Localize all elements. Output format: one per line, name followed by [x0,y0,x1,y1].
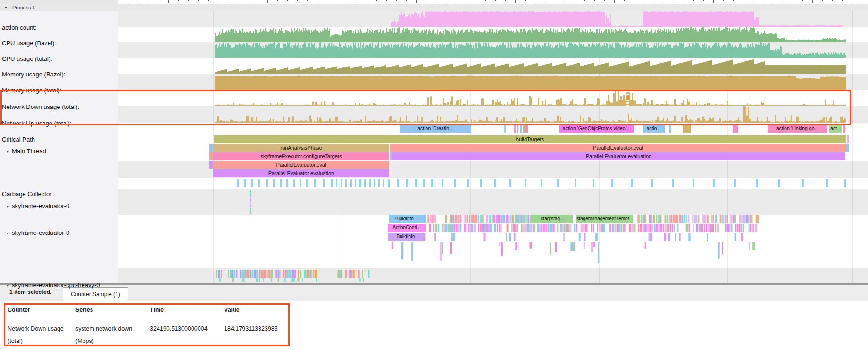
critical-path-slice[interactable] [843,125,845,133]
header-divider [0,319,868,319]
critical-path-slice[interactable]: act... [829,125,842,133]
critical-path-slice[interactable] [733,125,738,133]
collapse-triangle-icon[interactable]: ▾ [5,4,7,11]
counter-chart-mem-total[interactable] [0,74,868,90]
track-label-text: Memory usage (total): [2,87,61,94]
flame-slice[interactable]: buildTargets [214,135,846,143]
critical-path-slice[interactable] [683,125,691,133]
flame-slice[interactable]: Parallel Evaluator evaluation [213,169,389,177]
slice-strip[interactable] [0,278,868,282]
track-row-bg [118,123,868,135]
col-header-counter[interactable]: Counter [8,307,69,313]
counter-chart-action-count[interactable] [0,11,868,27]
ruler-tick [426,0,426,1]
ruler-tick [674,0,674,1]
flame-slice[interactable]: ParallelEvaluator.eval [213,161,389,169]
flame-slice[interactable]: skyframeExecutor.configureTargets [213,152,389,160]
flame-slice[interactable] [209,144,213,152]
flame-slice[interactable] [846,144,849,152]
track-label-skyframe-evaluator-cpu-heavy-0[interactable]: ▾skyframe-evaluator-cpu-heavy-0 [7,281,100,290]
critical-path-slice[interactable]: action 'Creatin... [400,125,471,133]
evaluator-slice[interactable]: BuildInfo ... [389,215,426,223]
counter-chart-net-up[interactable] [0,106,868,123]
track-label-text: Garbage Collector [2,191,52,198]
critical-path-slice[interactable]: action 'GenObjcProtos video/... [559,125,634,133]
critical-path-slice[interactable] [669,125,671,133]
slice-strip[interactable] [0,233,868,241]
ruler-tick [743,0,743,1]
flame-slice[interactable] [847,135,849,143]
flame-slice[interactable]: Parallel Evaluator evaluation [392,152,845,160]
track-label-text: CPU usage (total): [2,55,52,62]
evaluator-slice[interactable]: stagemanagement.remot... [576,215,633,223]
evaluator-slice[interactable]: stag:stag... [532,215,573,223]
ruler-tick [267,0,268,3]
ruler-tick [575,0,575,1]
flame-slice[interactable] [209,152,213,160]
flame-slice[interactable] [209,161,213,169]
ruler-tick [198,0,199,1]
ruler-tick [862,0,862,3]
col-header-value[interactable]: Value [224,307,300,313]
critical-path-slice[interactable] [526,125,528,133]
timeline-ruler[interactable] [0,0,868,4]
track-label-main-thread[interactable]: ▾Main Thread [7,147,46,156]
slice-strip[interactable] [0,224,868,232]
ruler-tick [684,0,684,1]
critical-path-slice[interactable] [520,125,522,133]
critical-path-slice[interactable]: action 'Linking go... [768,125,827,133]
track-label-text: Network Up usage (total): [2,120,71,127]
ruler-tick [337,0,337,1]
track-label-text: Main Thread [12,148,46,155]
col-header-series[interactable]: Series [75,307,144,313]
ruler-tick [535,0,535,1]
ruler-tick [783,0,783,1]
collapse-triangle-icon[interactable]: ▾ [7,149,9,154]
track-label-text: Memory usage (Bazel): [2,71,65,78]
ruler-tick [317,0,317,3]
track-label-skyframe-evaluator-0[interactable]: ▾skyframe-evaluator-0 [7,229,69,238]
ruler-tick [406,0,407,1]
ruler-tick [119,0,119,3]
gc-marks[interactable] [0,179,868,187]
track-label-text: skyframe-evaluator-0 [12,202,69,209]
critical-path-slice[interactable]: actio... [643,125,665,133]
flame-slice[interactable]: runAnalysisPhase [213,144,389,152]
process-title: Process 1 [12,4,35,11]
ruler-tick [604,0,605,1]
track-label-critical-path: Critical Path [2,135,35,144]
trace-viewer-window: ▾ Process 1 action 'Creatin...action 'Ge… [0,0,868,350]
track-label-text: skyframe-evaluator-0 [12,229,69,236]
collapse-triangle-icon[interactable]: ▾ [7,204,9,209]
ruler-tick [852,0,852,1]
slice-strip[interactable] [0,270,868,278]
evaluator-slice[interactable]: BuildInfo [388,233,424,241]
ruler-tick [485,0,486,1]
ruler-tick [763,0,763,3]
counter-chart-mem-bazel[interactable] [0,58,868,74]
ruler-tick [495,0,496,1]
evaluator-sample-marker-inner [250,196,251,208]
ruler-tick [476,0,476,1]
slice-strip[interactable] [0,215,868,223]
critical-path-slice[interactable] [517,125,518,133]
flame-slice[interactable] [390,152,392,160]
details-tab-bar: 1 item selected. Counter Sample (1) [0,285,868,301]
flame-slice[interactable]: ParallelEvaluator.eval [390,144,846,152]
counter-chart-cpu-bazel[interactable] [0,27,868,42]
ruler-tick [149,0,149,1]
collapse-triangle-icon[interactable]: ▾ [7,283,9,288]
counter-chart-cpu-total[interactable] [0,42,868,58]
col-header-time[interactable]: Time [150,307,221,313]
track-label-text: Network Down usage (total): [2,103,79,110]
evaluator-slice[interactable]: ActionConti... [388,224,426,232]
process-header[interactable]: ▾ Process 1 [0,4,868,12]
critical-path-slice[interactable] [504,125,506,133]
critical-path-slice[interactable] [514,125,516,133]
ruler-tick [396,0,397,1]
track-label-skyframe-evaluator-0[interactable]: ▾skyframe-evaluator-0 [7,202,69,211]
slice-strip[interactable] [0,242,868,260]
collapse-triangle-icon[interactable]: ▾ [7,231,9,236]
critical-path-slice[interactable] [523,125,526,133]
counter-chart-net-down[interactable] [0,90,868,106]
